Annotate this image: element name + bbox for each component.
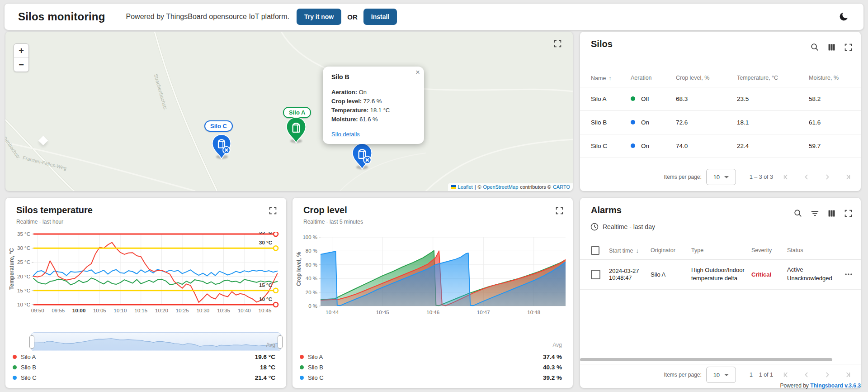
legend-item[interactable]: Silo A 19.6 °C: [13, 352, 275, 362]
svg-text:10:05: 10:05: [93, 308, 106, 313]
alarm-actions-button[interactable]: [844, 270, 853, 279]
column-name[interactable]: Name↑: [591, 75, 631, 81]
search-button[interactable]: [810, 43, 819, 52]
marker-label-silo-c[interactable]: Silo C: [204, 120, 233, 132]
table-row[interactable]: Silo C On 74.0 22.4 59.7: [580, 134, 861, 158]
column-severity[interactable]: Severity: [751, 247, 787, 253]
map-pin-silo-b[interactable]: [352, 143, 373, 172]
svg-text:10:40: 10:40: [238, 308, 251, 313]
column-start-time[interactable]: Start time↓: [609, 247, 651, 254]
widget-subtitle: Realtime - last hour: [16, 219, 63, 225]
widget-title: Silos: [591, 39, 613, 49]
select-all-checkbox[interactable]: [591, 246, 599, 255]
legend-item[interactable]: Silo C 39.2 %: [300, 373, 562, 383]
horizontal-scrollbar[interactable]: [580, 358, 832, 361]
svg-text:30 °C: 30 °C: [259, 240, 272, 245]
chart-navigator[interactable]: [31, 332, 281, 351]
silo-details-link[interactable]: Silo details: [331, 131, 360, 138]
sort-ascending-icon: ↑: [609, 75, 612, 81]
filter-button[interactable]: [810, 209, 819, 218]
widget-title: Alarms: [591, 205, 622, 215]
dashboard-footer: Powered by Thingsboard v.3.6.3: [780, 382, 861, 389]
column-moisture[interactable]: Moisture, %: [809, 75, 859, 81]
fullscreen-icon: [844, 43, 853, 52]
previous-page-button[interactable]: [802, 370, 811, 379]
legend-dot: [13, 355, 17, 359]
legend-dot: [13, 376, 17, 380]
legend-item[interactable]: Silo A 37.4 %: [300, 352, 562, 362]
alarm-type: High Outdoor/Indoor temperature delta: [691, 266, 751, 282]
leaflet-link[interactable]: Leaflet: [458, 184, 473, 190]
svg-text:10:48: 10:48: [527, 310, 540, 315]
map-fullscreen-button[interactable]: [553, 39, 562, 48]
columns-icon: [827, 209, 836, 218]
zoom-out-button[interactable]: −: [14, 58, 28, 72]
dark-mode-toggle[interactable]: [836, 9, 852, 25]
items-per-page-label: Items per page:: [664, 174, 701, 180]
page-size-select[interactable]: 10: [706, 169, 736, 185]
svg-text:10:46: 10:46: [426, 310, 439, 315]
svg-text:09:55: 09:55: [52, 308, 65, 313]
legend-item[interactable]: Silo B 18 °C: [13, 362, 275, 373]
first-page-button[interactable]: [781, 370, 790, 379]
popup-close-icon[interactable]: ×: [415, 68, 420, 76]
search-icon: [810, 43, 819, 52]
previous-page-button[interactable]: [802, 172, 811, 182]
columns-icon: [827, 43, 836, 52]
svg-text:10:30: 10:30: [196, 308, 209, 313]
column-aeration[interactable]: Aeration: [631, 75, 676, 81]
map-pin-silo-c[interactable]: [212, 134, 231, 162]
alarm-checkbox[interactable]: [591, 270, 600, 279]
last-page-button[interactable]: [844, 172, 853, 182]
fullscreen-button[interactable]: [844, 209, 853, 218]
legend-dot: [300, 376, 304, 380]
fullscreen-button[interactable]: [555, 206, 564, 215]
alarm-row[interactable]: 2024-03-2710:48:47 Silo A High Outdoor/I…: [580, 259, 861, 290]
chart-legend: Silo A 19.6 °C Silo B 18 °C Silo C 21.4 …: [13, 352, 275, 383]
svg-text:30 °C: 30 °C: [17, 245, 30, 251]
svg-text:10:47: 10:47: [477, 310, 490, 315]
column-crop-level[interactable]: Crop level, %: [676, 75, 737, 81]
column-status[interactable]: Status: [787, 247, 844, 253]
crop-level-chart: 0 %20 %40 %60 %80 %100 %10:4410:4510:461…: [292, 232, 573, 322]
column-originator[interactable]: Originator: [651, 247, 691, 253]
navigator-right-handle[interactable]: [278, 335, 283, 349]
fullscreen-button[interactable]: [844, 43, 853, 52]
page-size-select[interactable]: 10: [706, 367, 736, 383]
carto-link[interactable]: CARTO: [553, 184, 570, 190]
legend-item[interactable]: Silo C 21.4 °C: [13, 373, 275, 383]
try-it-now-button[interactable]: Try it now: [297, 9, 341, 25]
columns-button[interactable]: [827, 209, 836, 218]
navigator-preview: [31, 333, 280, 350]
fullscreen-button[interactable]: [268, 206, 277, 215]
svg-text:40 %: 40 %: [306, 276, 317, 281]
zoom-in-button[interactable]: +: [14, 44, 28, 58]
first-page-button[interactable]: [781, 172, 790, 182]
svg-text:35 °C: 35 °C: [17, 232, 30, 237]
columns-button[interactable]: [827, 43, 836, 52]
popup-title: Silo B: [331, 73, 415, 81]
map-popup: × Silo B Aeration: On Crop level: 72.6 %…: [323, 67, 424, 144]
navigator-left-handle[interactable]: [29, 335, 34, 349]
search-button[interactable]: [793, 209, 802, 218]
page-range-label: 1 – 1 of 1: [750, 372, 773, 378]
column-type[interactable]: Type: [691, 247, 751, 253]
timewindow-button[interactable]: Realtime - last day: [590, 222, 655, 231]
map-widget[interactable]: Reichenbachstr. Strachenbachstr. Franzen…: [5, 32, 573, 191]
last-page-button[interactable]: [844, 370, 853, 379]
table-row[interactable]: Silo A Off 68.3 23.5 58.2: [580, 87, 861, 111]
install-button[interactable]: Install: [363, 9, 397, 25]
fullscreen-icon: [553, 39, 562, 48]
next-page-button[interactable]: [823, 370, 832, 379]
next-page-button[interactable]: [823, 172, 832, 182]
table-row[interactable]: Silo B On 72.6 18.1 61.6: [580, 110, 861, 134]
dashboard-header: Silos monitoring Powered by ThingsBoard …: [5, 4, 863, 30]
svg-text:10:44: 10:44: [326, 310, 339, 315]
osm-link[interactable]: OpenStreetMap: [483, 184, 519, 190]
column-temperature[interactable]: Temperature, °C: [737, 75, 809, 81]
legend-item[interactable]: Silo B 40.3 %: [300, 362, 562, 373]
silos-table-widget: Silos Name↑ Aeration Crop level, % Tempe…: [580, 32, 861, 191]
map-pin-silo-a[interactable]: [286, 117, 307, 146]
svg-text:10:45: 10:45: [259, 308, 272, 313]
thingsboard-version-link[interactable]: Thingsboard v.3.6.3: [810, 382, 861, 389]
